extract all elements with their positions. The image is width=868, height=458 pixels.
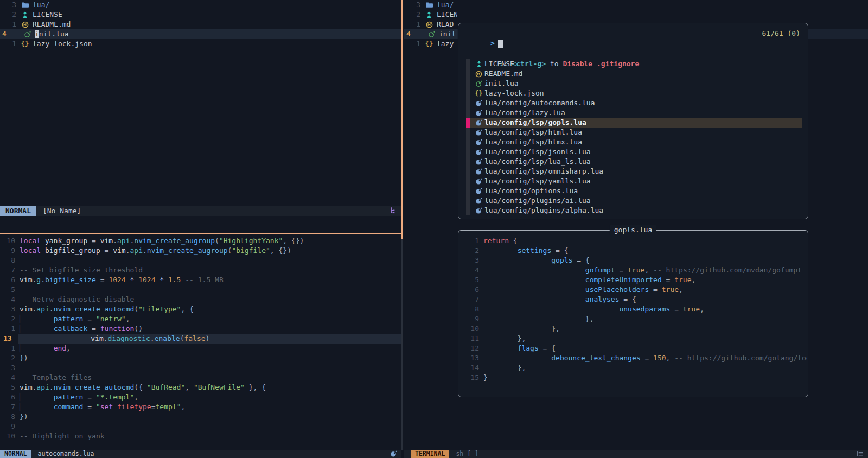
match-counter: 61/61 (0): [762, 29, 800, 39]
line-number: 8: [464, 304, 479, 314]
line-number: 5: [0, 285, 15, 295]
picker-item[interactable]: {}lazy-lock.json: [470, 88, 802, 98]
terminal-pane: 3lua/2LICENSE1READ4init1{}lazy > 61/61 (…: [404, 0, 868, 450]
block-cursor: i: [35, 30, 39, 38]
code-line[interactable]: 2▏ pattern = "netrw",: [0, 314, 401, 324]
lua-file-icon: [475, 119, 483, 126]
file-row[interactable]: 1{}lazy-lock.json: [0, 39, 401, 49]
line-number: 12: [464, 344, 479, 353]
line-number: 3: [0, 304, 15, 314]
picker-item[interactable]: lua/config/lsp/gopls.lua: [470, 118, 802, 128]
code-line[interactable]: 5 completeUnimported = true,: [464, 275, 807, 285]
code-line[interactable]: 4-- Netrw diagnostic disable: [0, 295, 401, 304]
code-line[interactable]: 13 vim.diagnostic.enable(false): [0, 334, 401, 344]
line-number: 1: [464, 236, 479, 246]
code-line[interactable]: 7-- Set bigfile size threshold: [0, 265, 401, 275]
code-line[interactable]: 15}: [464, 373, 807, 383]
prompt-separator: [465, 43, 801, 43]
code-line[interactable]: 6 usePlaceholders = true,: [464, 285, 807, 295]
picker-item[interactable]: lua/config/autocomands.lua: [470, 98, 802, 108]
line-number: 7: [0, 265, 15, 275]
picker-item[interactable]: lua/config/lazy.lua: [470, 108, 802, 118]
code-line[interactable]: 4 gofumpt = true, -- https://github.com/…: [464, 265, 807, 275]
tree-icon: [390, 207, 397, 214]
code-line[interactable]: 8: [0, 256, 401, 265]
picker-item[interactable]: lua/config/lsp/yamlls.lua: [470, 176, 802, 186]
picker-item[interactable]: lua/config/options.lua: [470, 186, 802, 196]
code-line[interactable]: 6vim.g.bigfile_size = 1024 * 1024 * 1.5 …: [0, 275, 401, 285]
code-line[interactable]: 7 analyses = {: [464, 295, 807, 304]
code-line[interactable]: 1▏ end,: [0, 344, 401, 353]
code-line[interactable]: 10 },: [464, 324, 807, 334]
markdown-icon: [21, 21, 29, 28]
code-line[interactable]: 9 },: [464, 314, 807, 324]
file-row[interactable]: 4init: [404, 29, 457, 39]
license-icon: [475, 61, 483, 68]
code-line[interactable]: 9local bigfile_group = vim.api.nvim_crea…: [0, 246, 401, 256]
code-line[interactable]: 8 unusedparams = true,: [464, 304, 807, 314]
code-line[interactable]: 5: [0, 285, 401, 295]
code-line[interactable]: 11 },: [464, 334, 807, 344]
picker-item[interactable]: LICENSE: [470, 59, 802, 69]
code-line[interactable]: 10-- Highlight on yank: [0, 431, 401, 441]
code-line[interactable]: 9: [0, 422, 401, 431]
window-separator-active[interactable]: [401, 0, 403, 239]
picker-gutter[interactable]: [466, 59, 470, 215]
line-number: 2: [0, 10, 16, 20]
code-line[interactable]: 3: [0, 363, 401, 373]
json-icon: {}: [21, 39, 29, 49]
code-line[interactable]: 3 gopls = {: [464, 256, 807, 265]
code-line[interactable]: 1return {: [464, 236, 807, 246]
code-line[interactable]: 13 debounce_text_changes = 150, -- https…: [464, 353, 807, 363]
file-row[interactable]: 3lua/: [0, 0, 401, 10]
picker-item[interactable]: README.md: [470, 69, 802, 79]
picker-item[interactable]: lua/config/plugins/ai.lua: [470, 196, 802, 206]
code-line[interactable]: 2 settings = {: [464, 246, 807, 256]
file-row[interactable]: 3lua/: [404, 0, 457, 10]
line-number: 6: [464, 285, 479, 295]
line-number: 1: [404, 20, 420, 29]
file-row[interactable]: 2LICENSE: [0, 10, 401, 20]
picker-prompt[interactable]: >: [465, 29, 503, 39]
statusline-code: NORMAL autocomands.lua: [0, 450, 401, 458]
code-line[interactable]: 5vim.api.nvim_create_autocmd({ "BufRead"…: [0, 383, 401, 392]
preview-title: gopls.lua: [610, 225, 656, 235]
statusline-terminal: TERMINAL sh [-]: [404, 450, 868, 458]
picker-item[interactable]: lua/config/lsp/htmx.lua: [470, 137, 802, 147]
statusline-explorer: NORMAL [No Name]: [0, 206, 401, 216]
line-number: 10: [0, 236, 15, 246]
file-row[interactable]: 1{}lazy: [404, 39, 457, 49]
code-line[interactable]: 12 flags = {: [464, 344, 807, 353]
license-icon: [425, 11, 433, 18]
code-line[interactable]: 10local yank_group = vim.api.nvim_create…: [0, 236, 401, 246]
mode-badge: TERMINAL: [411, 450, 449, 458]
line-number: 3: [0, 0, 16, 10]
lua-init-icon: [23, 31, 31, 38]
line-number: 1: [0, 344, 15, 353]
lua-file-icon: [475, 158, 483, 166]
picker-item[interactable]: lua/config/lsp/omnisharp.lua: [470, 167, 802, 176]
code-line[interactable]: 7▏ command = "set filetype=templ",: [0, 402, 401, 412]
code-line[interactable]: 2}): [0, 353, 401, 363]
file-row[interactable]: 4init.lua: [0, 29, 401, 39]
code-line[interactable]: 4-- Template files: [0, 373, 401, 383]
line-number: 13: [464, 353, 479, 363]
code-line[interactable]: 14 },: [464, 363, 807, 373]
file-row[interactable]: 1README.md: [0, 20, 401, 29]
picker-item[interactable]: lua/config/lsp/lua_ls.lua: [470, 157, 802, 167]
code-line[interactable]: 8}): [0, 412, 401, 422]
file-row[interactable]: 1READ: [404, 20, 457, 29]
text-cursor: [498, 40, 503, 48]
window-separator[interactable]: [401, 239, 403, 450]
file-row[interactable]: 2LICENSE: [404, 10, 457, 20]
line-number: 8: [0, 256, 15, 265]
code-line[interactable]: 3vim.api.nvim_create_autocmd("FileType",…: [0, 304, 401, 314]
picker-item[interactable]: lua/config/lsp/jsonls.lua: [470, 147, 802, 157]
picker-item[interactable]: lua/config/plugins/alpha.lua: [470, 206, 802, 215]
line-number: 1: [0, 39, 16, 49]
code-line[interactable]: 6▏ pattern = "*.templ",: [0, 392, 401, 402]
code-line[interactable]: 1▏ callback = function(): [0, 324, 401, 334]
picker-item[interactable]: lua/config/lsp/html.lua: [470, 128, 802, 137]
picker-item[interactable]: init.lua: [470, 79, 802, 88]
line-number: 4: [464, 265, 479, 275]
